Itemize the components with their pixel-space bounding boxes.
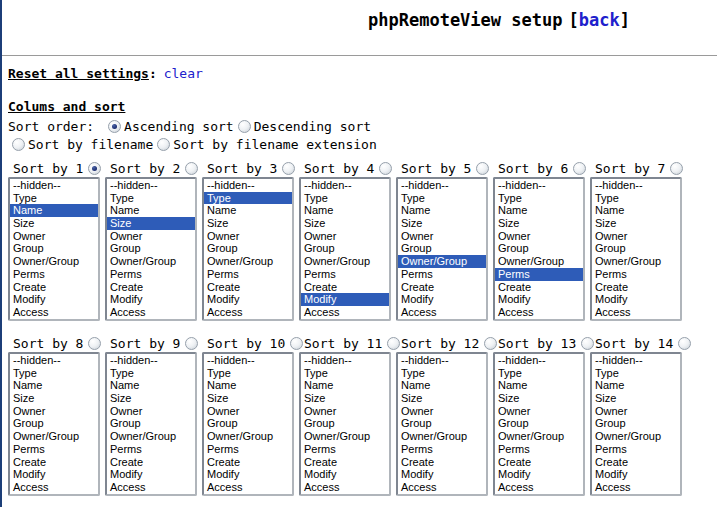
list-option[interactable]: --hidden-- — [592, 354, 680, 367]
list-option[interactable]: Type — [10, 192, 98, 205]
list-option[interactable]: Owner/Group — [592, 255, 680, 268]
list-option[interactable]: Modify — [301, 293, 389, 306]
filename-sort-radio[interactable] — [157, 138, 170, 151]
list-option[interactable]: Perms — [398, 268, 486, 281]
sort-column-listbox[interactable]: --hidden--TypeNameSizeOwnerGroupOwner/Gr… — [8, 352, 100, 496]
list-option[interactable]: Owner/Group — [495, 430, 583, 443]
sort-column-listbox[interactable]: --hidden--TypeNameSizeOwnerGroupOwner/Gr… — [590, 352, 682, 496]
list-option[interactable]: Size — [398, 217, 486, 230]
list-option[interactable]: Group — [107, 242, 195, 255]
sort-column-listbox[interactable]: --hidden--TypeNameSizeOwnerGroupOwner/Gr… — [396, 352, 488, 496]
list-option[interactable]: Owner/Group — [107, 255, 195, 268]
list-option[interactable]: Owner — [10, 405, 98, 418]
list-option[interactable]: Create — [107, 456, 195, 469]
list-option[interactable]: Size — [495, 217, 583, 230]
list-option[interactable]: Name — [398, 204, 486, 217]
sort-column-listbox[interactable]: --hidden--TypeNameSizeOwnerGroupOwner/Gr… — [202, 352, 294, 496]
list-option[interactable]: Size — [10, 392, 98, 405]
list-option[interactable]: --hidden-- — [301, 179, 389, 192]
list-option[interactable]: Size — [204, 392, 292, 405]
list-option[interactable]: Group — [495, 417, 583, 430]
list-option[interactable]: Create — [301, 456, 389, 469]
list-option[interactable]: Create — [495, 281, 583, 294]
list-option[interactable]: Size — [301, 217, 389, 230]
list-option[interactable]: Owner/Group — [10, 430, 98, 443]
list-option[interactable]: Owner — [10, 230, 98, 243]
list-option[interactable]: Size — [398, 392, 486, 405]
sort-column-listbox[interactable]: --hidden--TypeNameSizeOwnerGroupOwner/Gr… — [299, 352, 391, 496]
list-option[interactable]: Modify — [398, 293, 486, 306]
list-option[interactable]: Create — [204, 281, 292, 294]
list-option[interactable]: Group — [592, 242, 680, 255]
list-option[interactable]: Create — [495, 456, 583, 469]
list-option[interactable]: Owner/Group — [301, 430, 389, 443]
list-option[interactable]: Owner/Group — [107, 430, 195, 443]
sort-by-radio[interactable] — [88, 337, 101, 350]
sort-by-radio[interactable] — [185, 337, 198, 350]
list-option[interactable]: Group — [495, 242, 583, 255]
sort-column-listbox[interactable]: --hidden--TypeNameSizeOwnerGroupOwner/Gr… — [396, 177, 488, 321]
list-option[interactable]: --hidden-- — [301, 354, 389, 367]
list-option[interactable]: Access — [592, 481, 680, 494]
list-option[interactable]: Owner — [495, 405, 583, 418]
list-option[interactable]: Type — [107, 192, 195, 205]
list-option[interactable]: Name — [204, 379, 292, 392]
list-option[interactable]: Type — [301, 367, 389, 380]
sort-by-radio[interactable] — [476, 162, 489, 175]
list-option[interactable]: Name — [495, 379, 583, 392]
list-option[interactable]: --hidden-- — [592, 179, 680, 192]
list-option[interactable]: Create — [10, 281, 98, 294]
list-option[interactable]: Owner — [495, 230, 583, 243]
list-option[interactable]: --hidden-- — [204, 354, 292, 367]
list-option[interactable]: Perms — [495, 443, 583, 456]
list-option[interactable]: --hidden-- — [495, 179, 583, 192]
list-option[interactable]: Owner — [107, 405, 195, 418]
sort-by-radio[interactable] — [88, 162, 101, 175]
list-option[interactable]: Size — [592, 392, 680, 405]
sort-by-radio[interactable] — [678, 337, 691, 350]
list-option[interactable]: Perms — [204, 443, 292, 456]
list-option[interactable]: Modify — [592, 468, 680, 481]
list-option[interactable]: Type — [495, 192, 583, 205]
list-option[interactable]: Owner/Group — [495, 255, 583, 268]
list-option[interactable]: Group — [10, 417, 98, 430]
filename-sort-radio[interactable] — [12, 138, 25, 151]
list-option[interactable]: Access — [10, 306, 98, 319]
list-option[interactable]: Perms — [301, 268, 389, 281]
list-option[interactable]: Owner — [398, 405, 486, 418]
list-option[interactable]: Owner — [301, 230, 389, 243]
list-option[interactable]: Type — [204, 192, 292, 205]
list-option[interactable]: Owner/Group — [398, 430, 486, 443]
list-option[interactable]: Name — [10, 204, 98, 217]
list-option[interactable]: Size — [592, 217, 680, 230]
list-option[interactable]: Modify — [592, 293, 680, 306]
sort-by-radio[interactable] — [282, 162, 295, 175]
list-option[interactable]: Access — [10, 481, 98, 494]
list-option[interactable]: --hidden-- — [398, 179, 486, 192]
list-option[interactable]: Owner — [592, 405, 680, 418]
list-option[interactable]: Type — [398, 192, 486, 205]
list-option[interactable]: Perms — [10, 443, 98, 456]
list-option[interactable]: --hidden-- — [495, 354, 583, 367]
list-option[interactable]: Name — [10, 379, 98, 392]
list-option[interactable]: Create — [398, 281, 486, 294]
sort-by-radio[interactable] — [484, 337, 497, 350]
sort-column-listbox[interactable]: --hidden--TypeNameSizeOwnerGroupOwner/Gr… — [493, 177, 585, 321]
list-option[interactable]: Owner — [592, 230, 680, 243]
list-option[interactable]: Owner — [204, 405, 292, 418]
list-option[interactable]: Modify — [10, 293, 98, 306]
list-option[interactable]: Type — [107, 367, 195, 380]
list-option[interactable]: Access — [495, 306, 583, 319]
list-option[interactable]: Size — [204, 217, 292, 230]
list-option[interactable]: Group — [301, 417, 389, 430]
list-option[interactable]: Create — [301, 281, 389, 294]
list-option[interactable]: Group — [107, 417, 195, 430]
list-option[interactable]: --hidden-- — [10, 354, 98, 367]
sort-column-listbox[interactable]: --hidden--TypeNameSizeOwnerGroupOwner/Gr… — [202, 177, 294, 321]
list-option[interactable]: Access — [301, 481, 389, 494]
clear-link[interactable]: clear — [164, 66, 203, 81]
list-option[interactable]: Type — [301, 192, 389, 205]
list-option[interactable]: Perms — [10, 268, 98, 281]
sort-order-radio[interactable] — [238, 120, 251, 133]
list-option[interactable]: Owner/Group — [398, 255, 486, 268]
